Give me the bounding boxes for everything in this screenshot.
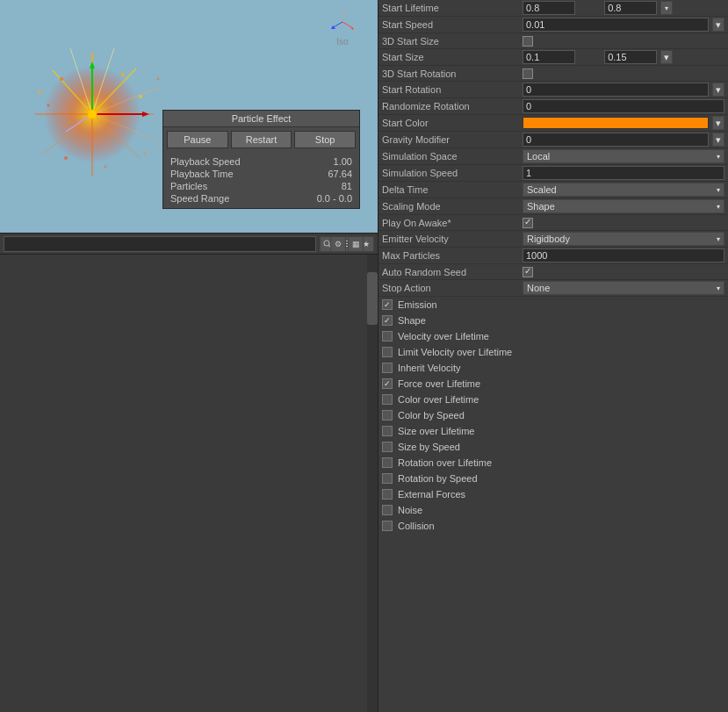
module-checkbox-9[interactable] [382, 442, 393, 452]
start-lifetime-row: Start Lifetime ▾ [378, 0, 728, 17]
start-color-row: Start Color ▾ [378, 115, 728, 132]
search-input[interactable] [4, 236, 316, 252]
hierarchy-panel [0, 255, 378, 712]
start-rotation-dropdown[interactable]: ▾ [712, 83, 724, 97]
svg-point-33 [157, 78, 160, 81]
module-checkbox-2[interactable] [382, 331, 393, 342]
svg-point-30 [64, 156, 68, 160]
play-on-awake-row: Play On Awake* [378, 215, 728, 231]
module-row-rotation-over-lifetime[interactable]: Rotation over Lifetime [378, 455, 728, 471]
simulation-speed-input[interactable] [523, 166, 724, 180]
start-speed-input[interactable] [523, 18, 709, 32]
settings-icon[interactable]: ⚙ [330, 236, 346, 252]
hierarchy-scrollbar[interactable] [367, 255, 378, 712]
start-size-input-2[interactable] [604, 50, 657, 64]
module-row-inherit-velocity[interactable]: Inherit Velocity [378, 360, 728, 376]
3d-start-size-row: 3D Start Size [378, 33, 728, 49]
gravity-modifier-input[interactable] [523, 133, 709, 147]
module-checkbox-7[interactable] [382, 410, 393, 421]
svg-point-26 [121, 73, 125, 76]
module-checkbox-6[interactable] [382, 394, 393, 405]
module-checkbox-4[interactable] [382, 363, 393, 373]
module-checkbox-14[interactable] [382, 521, 393, 531]
pause-button[interactable]: Pause [167, 131, 228, 148]
scrollbar-thumb[interactable] [367, 272, 378, 325]
randomize-rotation-input[interactable] [523, 99, 724, 113]
start-color-picker[interactable] [523, 117, 709, 129]
module-checkbox-12[interactable] [382, 489, 393, 500]
module-checkbox-0[interactable]: ✓ [382, 299, 393, 310]
viewport-toolbar: ☰ ★ ⚙ ▦ [0, 233, 378, 255]
module-row-emission[interactable]: ✓Emission [378, 297, 728, 313]
play-on-awake-checkbox[interactable] [523, 218, 533, 228]
delta-time-dropdown[interactable]: Scaled ▾ [523, 183, 724, 197]
gravity-modifier-dropdown[interactable]: ▾ [712, 133, 724, 147]
playback-speed-value: 1.00 [334, 156, 352, 167]
module-row-color-over-lifetime[interactable]: Color over Lifetime [378, 392, 728, 407]
svg-marker-20 [90, 61, 95, 68]
3d-start-rotation-checkbox[interactable] [523, 68, 533, 79]
max-particles-input[interactable] [523, 248, 724, 263]
playback-speed-label: Playback Speed [170, 156, 241, 167]
module-checkbox-8[interactable] [382, 426, 393, 436]
start-lifetime-dropdown[interactable]: ▾ [660, 1, 673, 15]
stop-button[interactable]: Stop [294, 131, 356, 148]
start-speed-dropdown[interactable]: ▾ [712, 18, 724, 32]
simulation-speed-row: Simulation Speed [378, 165, 728, 182]
module-checkbox-11[interactable] [382, 473, 393, 484]
start-size-dropdown[interactable]: ▾ [660, 50, 673, 64]
svg-point-25 [60, 77, 63, 81]
scaling-mode-row: Scaling Mode Shape ▾ [378, 198, 728, 215]
speed-range-label: Speed Range [170, 193, 229, 204]
svg-point-27 [47, 104, 50, 107]
inspector-panel: Start Lifetime ▾ Start Speed ▾ 3D Start … [378, 0, 728, 712]
start-size-input-1[interactable] [523, 50, 575, 64]
iso-label: Iso [329, 9, 356, 47]
auto-random-seed-checkbox[interactable] [523, 267, 533, 277]
module-row-noise[interactable]: Noise [378, 502, 728, 518]
module-row-velocity-over-lifetime[interactable]: Velocity over Lifetime [378, 328, 728, 344]
emitter-velocity-row: Emitter Velocity Rigidbody ▾ [378, 231, 728, 248]
module-checkbox-5[interactable]: ✓ [382, 378, 393, 389]
module-row-force-over-lifetime[interactable]: ✓Force over Lifetime [378, 376, 728, 392]
module-row-collision[interactable]: Collision [378, 518, 728, 534]
iso-text: Iso [329, 37, 356, 47]
start-color-dropdown[interactable]: ▾ [712, 116, 724, 130]
modules-container: ✓Emission✓ShapeVelocity over LifetimeLim… [378, 297, 728, 534]
module-row-color-by-speed[interactable]: Color by Speed [378, 407, 728, 423]
particles-label: Particles [170, 181, 207, 191]
panel-icon[interactable]: ▦ [348, 236, 364, 252]
speed-range-row: Speed Range 0.0 - 0.0 [170, 192, 352, 205]
module-row-rotation-by-speed[interactable]: Rotation by Speed [378, 471, 728, 486]
module-checkbox-10[interactable] [382, 457, 393, 468]
svg-marker-1 [341, 10, 344, 13]
emitter-velocity-dropdown[interactable]: Rigidbody ▾ [523, 232, 724, 246]
randomize-rotation-row: Randomize Rotation [378, 98, 728, 115]
stop-action-row: Stop Action None ▾ [378, 280, 728, 297]
playback-speed-row: Playback Speed 1.00 [170, 155, 352, 168]
svg-point-29 [105, 166, 107, 169]
scaling-mode-dropdown[interactable]: Shape ▾ [523, 199, 724, 213]
module-row-size-by-speed[interactable]: Size by Speed [378, 439, 728, 455]
start-lifetime-input-1[interactable] [523, 1, 575, 15]
stop-action-dropdown[interactable]: None ▾ [523, 281, 724, 295]
playback-time-row: Playback Time 67.64 [170, 168, 352, 180]
module-checkbox-3[interactable] [382, 347, 393, 357]
max-particles-row: Max Particles [378, 248, 728, 264]
module-row-external-forces[interactable]: External Forces [378, 486, 728, 502]
start-lifetime-input-2[interactable] [604, 1, 657, 15]
delta-time-row: Delta Time Scaled ▾ [378, 182, 728, 198]
module-checkbox-1[interactable]: ✓ [382, 315, 393, 326]
start-size-row: Start Size ▾ [378, 49, 728, 66]
module-row-limit-velocity-over-lifetime[interactable]: Limit Velocity over Lifetime [378, 344, 728, 360]
module-row-shape[interactable]: ✓Shape [378, 313, 728, 328]
simulation-space-dropdown[interactable]: Local ▾ [523, 149, 724, 163]
module-row-size-over-lifetime[interactable]: Size over Lifetime [378, 423, 728, 439]
svg-marker-3 [350, 26, 354, 30]
gravity-modifier-row: Gravity Modifier ▾ [378, 132, 728, 148]
restart-button[interactable]: Restart [231, 131, 292, 148]
start-rotation-row: Start Rotation ▾ [378, 82, 728, 98]
module-checkbox-13[interactable] [382, 505, 393, 515]
start-rotation-input[interactable] [523, 83, 709, 97]
3d-start-size-checkbox[interactable] [523, 36, 533, 47]
